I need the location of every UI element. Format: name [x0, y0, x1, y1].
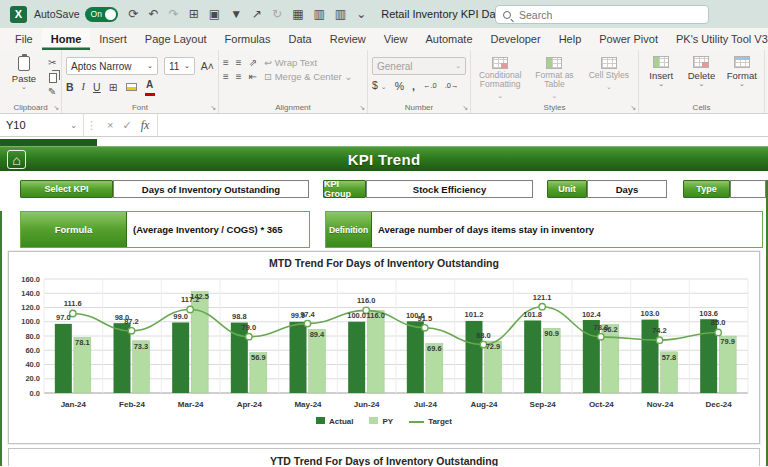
- mtd-chart-panel[interactable]: MTD Trend For Days of Inventory Outstand…: [8, 251, 760, 444]
- format-cells-button[interactable]: Format⌄: [724, 53, 760, 100]
- tab-page-layout[interactable]: Page Layout: [136, 28, 216, 50]
- format-cells-icon: [734, 56, 750, 68]
- filter-icon[interactable]: ▼: [230, 8, 242, 20]
- orientation-icon[interactable]: ⇗: [249, 57, 257, 68]
- select-kpi-value[interactable]: Days of Inventory Outstanding: [113, 180, 309, 198]
- align-middle-icon[interactable]: ≡: [236, 57, 242, 68]
- tab-pk-s-utility-tool-v3-0[interactable]: PK's Utility Tool V3.0: [667, 28, 768, 50]
- home-icon[interactable]: ⌂: [7, 150, 26, 169]
- target-marker[interactable]: [715, 329, 721, 335]
- refresh-icon[interactable]: ↻: [272, 8, 282, 20]
- align-center-icon[interactable]: ≡: [236, 71, 242, 82]
- tab-view[interactable]: View: [375, 28, 417, 50]
- target-marker[interactable]: [304, 320, 310, 326]
- font-size-select[interactable]: 11⌄: [164, 57, 195, 75]
- enter-icon[interactable]: ✓: [122, 119, 131, 132]
- fill-color-icon[interactable]: [126, 83, 137, 91]
- grow-font-button[interactable]: A˄: [201, 59, 214, 73]
- number-group: General⌄ $ ⌄ % , ←.0 .0→ Number ↘: [368, 50, 471, 113]
- bar-actual[interactable]: [407, 321, 424, 393]
- column-right-icon[interactable]: ▥: [335, 8, 346, 20]
- save-icon[interactable]: ⟳: [129, 8, 139, 20]
- increase-decimal-icon[interactable]: ←.0: [423, 79, 437, 93]
- name-box-splitter[interactable]: ⋮: [84, 114, 99, 136]
- dialog-launcher-icon[interactable]: ↘: [53, 104, 59, 112]
- bar-actual[interactable]: [290, 322, 307, 393]
- font-color-icon[interactable]: A: [145, 78, 155, 96]
- undo-icon[interactable]: ↶: [149, 8, 159, 20]
- column-left-icon[interactable]: ▥: [314, 8, 325, 20]
- tab-automate[interactable]: Automate: [416, 28, 481, 50]
- worksheet[interactable]: ⌂ KPI Trend Select KPI Days of Inventory…: [0, 137, 768, 466]
- mtd-chart[interactable]: 0.020.040.060.080.0100.0120.0140.0160.0J…: [14, 269, 754, 419]
- target-marker[interactable]: [598, 334, 604, 340]
- conditional-formatting-button[interactable]: Conditional Formatting⌄: [475, 53, 525, 100]
- bar-py[interactable]: [602, 324, 619, 393]
- dialog-launcher-icon[interactable]: ↘: [630, 104, 636, 112]
- bar-actual[interactable]: [172, 322, 189, 393]
- target-marker[interactable]: [656, 337, 662, 343]
- borders-icon[interactable]: ⊞: [109, 80, 118, 94]
- picture-icon[interactable]: ▣: [209, 8, 220, 20]
- cancel-icon[interactable]: ×: [107, 119, 113, 131]
- align-top-icon[interactable]: ≡: [223, 57, 229, 68]
- search-box[interactable]: [495, 5, 709, 24]
- table-icon[interactable]: ▦: [292, 8, 303, 20]
- bar-actual[interactable]: [524, 320, 541, 393]
- qat-overflow-icon[interactable]: ⌄: [356, 8, 366, 20]
- redo-icon[interactable]: ↷: [169, 8, 179, 20]
- share-icon[interactable]: ↗: [252, 8, 262, 20]
- name-box[interactable]: Y10 ⌄: [0, 114, 84, 136]
- align-left-icon[interactable]: ≡: [223, 71, 229, 82]
- target-marker[interactable]: [422, 325, 428, 331]
- merge-center-button[interactable]: ⊡ Merge & Center ⌄: [264, 71, 352, 82]
- font-name-select[interactable]: Aptos Narrow⌄: [66, 57, 158, 75]
- bar-actual[interactable]: [114, 323, 131, 393]
- delete-cells-button[interactable]: Delete⌄: [683, 53, 719, 100]
- copy-icon[interactable]: [49, 73, 57, 83]
- cell-styles-button[interactable]: Cell Styles⌄: [584, 53, 634, 100]
- tab-file[interactable]: File: [6, 28, 42, 50]
- tab-review[interactable]: Review: [321, 28, 375, 50]
- dialog-launcher-icon[interactable]: ↘: [462, 104, 468, 112]
- number-format-select[interactable]: General⌄: [372, 57, 466, 75]
- tab-power-pivot[interactable]: Power Pivot: [590, 28, 667, 50]
- tab-data[interactable]: Data: [279, 28, 320, 50]
- decrease-decimal-icon[interactable]: .0→: [445, 79, 459, 93]
- bold-button[interactable]: B: [66, 80, 74, 94]
- tab-help[interactable]: Help: [550, 28, 591, 50]
- target-marker[interactable]: [246, 334, 252, 340]
- bar-actual[interactable]: [700, 319, 717, 393]
- dialog-launcher-icon[interactable]: ↘: [210, 104, 216, 112]
- wrap-text-button[interactable]: ↩ Wrap Text: [264, 57, 317, 68]
- tab-home[interactable]: Home: [42, 28, 91, 50]
- insert-cells-button[interactable]: Insert⌄: [643, 53, 679, 100]
- bar-actual[interactable]: [348, 322, 365, 393]
- bar-py[interactable]: [367, 310, 384, 393]
- currency-icon[interactable]: $ ⌄: [372, 78, 387, 94]
- tab-insert[interactable]: Insert: [90, 28, 136, 50]
- grid-icon[interactable]: ⊞: [189, 8, 199, 20]
- insert-function-icon[interactable]: fx: [141, 118, 150, 133]
- tab-formulas[interactable]: Formulas: [216, 28, 280, 50]
- tab-developer[interactable]: Developer: [482, 28, 550, 50]
- bar-py[interactable]: [191, 291, 208, 393]
- target-marker[interactable]: [539, 304, 545, 310]
- search-input[interactable]: [517, 8, 677, 22]
- percent-icon[interactable]: %: [395, 79, 404, 93]
- ytd-chart-panel[interactable]: YTD Trend For Days of Inventory Outstand…: [8, 448, 760, 466]
- target-marker[interactable]: [128, 328, 134, 334]
- formula-input[interactable]: [158, 114, 768, 136]
- indent-decrease-icon[interactable]: ⇤: [249, 71, 257, 82]
- cut-icon[interactable]: ✂: [48, 57, 57, 68]
- bar-actual[interactable]: [55, 324, 72, 393]
- underline-button[interactable]: U: [93, 80, 101, 94]
- italic-button[interactable]: I: [82, 80, 86, 94]
- dialog-launcher-icon[interactable]: ↘: [359, 104, 365, 112]
- paste-button[interactable]: Paste ⌄: [4, 53, 44, 100]
- legend-actual: Actual: [316, 417, 353, 426]
- format-as-table-button[interactable]: Format as Table⌄: [529, 53, 579, 100]
- format-painter-icon[interactable]: ✎: [48, 86, 57, 97]
- comma-style-icon[interactable]: ,: [412, 79, 415, 93]
- autosave-toggle[interactable]: On: [85, 7, 118, 22]
